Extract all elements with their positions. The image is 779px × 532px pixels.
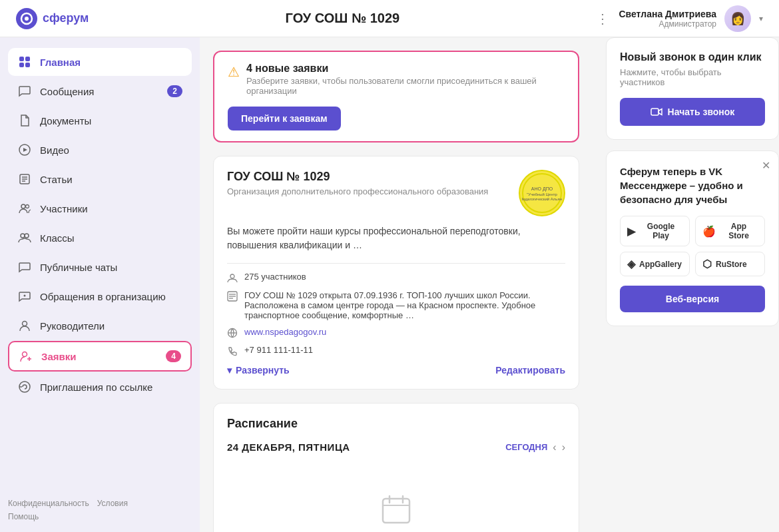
start-call-button[interactable]: Начать звонок: [620, 98, 765, 126]
sidebar-item-participants[interactable]: Участники: [8, 194, 192, 222]
sidebar-item-articles[interactable]: Статьи: [8, 165, 192, 193]
svg-point-17: [23, 322, 27, 326]
avatar[interactable]: 👩: [724, 5, 751, 32]
schedule-card: Расписание 24 ДЕКАБРЯ, ПЯТНИЦА СЕГОДНЯ ‹…: [213, 403, 579, 532]
main-content: ⚠ 4 новые заявки Разберите заявки, чтобы…: [200, 37, 593, 532]
org-info: ГОУ СОШ № 1029 Организация дополнительно…: [227, 170, 488, 196]
sidebar-item-video[interactable]: Видео: [8, 136, 192, 164]
svg-point-15: [25, 234, 29, 238]
schedule-date: 24 ДЕКАБРЯ, ПЯТНИЦА: [227, 441, 350, 453]
sidebar-footer: Конфиденциальность Условия Помощь: [8, 488, 192, 521]
google-play-icon: ▶: [627, 225, 635, 238]
rustore-button[interactable]: ⬡ RuStore: [695, 252, 765, 276]
sidebar-item-public-chats[interactable]: Публичные чаты: [8, 253, 192, 281]
expand-button[interactable]: ▾ Развернуть: [227, 365, 290, 376]
org-title: ГОУ СОШ № 1029: [227, 170, 488, 184]
org-info-text-row: ГОУ СОШ № 1029 открыта 07.09.1936 г. ТОП…: [227, 290, 565, 320]
svg-rect-34: [383, 499, 409, 523]
chat-public-icon: [17, 260, 32, 274]
today-label[interactable]: СЕГОДНЯ: [505, 442, 547, 452]
google-play-label: Google Play: [639, 222, 682, 240]
org-phone: +7 911 111-11-11: [244, 345, 313, 355]
grid-icon: [17, 55, 32, 69]
notif-subtitle: Разберите заявки, чтобы пользователи смо…: [246, 76, 565, 96]
call-card: Новый звонок в один клик Нажмите, чтобы …: [606, 37, 779, 140]
sidebar-item-org-requests[interactable]: Обращения в организацию: [8, 282, 192, 310]
sidebar-item-label: Главная: [40, 57, 81, 68]
app-store-button[interactable]: 🍎 App Store: [695, 216, 765, 246]
org-description: Вы можете пройти наши курсы профессионал…: [227, 224, 565, 252]
chevron-down-icon: ▾: [227, 365, 232, 376]
chat-icon: [17, 84, 32, 99]
start-call-label: Начать звонок: [668, 107, 735, 117]
help-link[interactable]: Помощь: [8, 512, 192, 521]
notif-header: ⚠ 4 новые заявки Разберите заявки, чтобы…: [228, 63, 565, 96]
org-info-text: ГОУ СОШ № 1029 открыта 07.09.1936 г. ТОП…: [244, 290, 565, 320]
privacy-link[interactable]: Конфиденциальность: [8, 499, 89, 508]
sidebar-item-documents[interactable]: Документы: [8, 107, 192, 134]
org-website-row: www.nspedagogov.ru: [227, 327, 565, 339]
svg-text:"Педагогический Альянс": "Педагогический Альянс": [522, 197, 562, 201]
close-button[interactable]: ✕: [762, 159, 770, 172]
article-icon: [17, 172, 32, 186]
goto-applications-button[interactable]: Перейти к заявкам: [228, 107, 341, 131]
sidebar-item-label: Сообщения: [40, 86, 94, 97]
notif-title: 4 новые заявки: [246, 63, 565, 75]
svg-point-16: [24, 295, 26, 297]
header: сферум ГОУ СОШ № 1029 ⋮ Светлана Дмитрие…: [0, 0, 779, 37]
right-panel: Новый звонок в один клик Нажмите, чтобы …: [593, 37, 779, 532]
prev-day-button[interactable]: ‹: [553, 441, 556, 453]
svg-text:АНО ДПО: АНО ДПО: [531, 186, 553, 192]
video-icon: [17, 142, 32, 157]
sidebar-item-managers[interactable]: Руководители: [8, 312, 192, 340]
svg-point-27: [230, 274, 234, 278]
sidebar-item-invite-link[interactable]: Приглашения по ссылке: [8, 373, 192, 401]
svg-text:"Учебный Центр: "Учебный Центр: [527, 192, 557, 196]
warning-icon: ⚠: [228, 64, 240, 80]
person-add-icon: [19, 349, 33, 364]
schedule-nav: СЕГОДНЯ ‹ ›: [505, 441, 565, 453]
schedule-title: Расписание: [227, 417, 565, 431]
svg-rect-3: [25, 57, 30, 61]
svg-marker-7: [23, 148, 27, 152]
info-icon: [227, 291, 238, 302]
app-gallery-button[interactable]: ◈ AppGallery: [620, 252, 690, 276]
svg-rect-5: [25, 63, 30, 67]
notification-banner: ⚠ 4 новые заявки Разберите заявки, чтобы…: [213, 51, 579, 142]
more-options-button[interactable]: ⋮: [596, 11, 611, 27]
org-subtitle: Организация дополнительного профессионал…: [227, 186, 488, 196]
sidebar-item-label: Публичные чаты: [40, 262, 117, 273]
rustore-label: RuStore: [716, 260, 747, 269]
sidebar-item-applications[interactable]: Заявки 4: [8, 341, 192, 372]
classes-icon: [17, 230, 32, 245]
sidebar-item-home[interactable]: Главная: [8, 48, 192, 76]
logo: сферум: [16, 8, 89, 29]
org-actions: ▾ Развернуть Редактировать: [227, 365, 565, 376]
org-website[interactable]: www.nspedagogov.ru: [244, 327, 326, 337]
sidebar-item-label: Обращения в организацию: [40, 291, 166, 302]
vk-card: ✕ Сферум теперь в VK Мессенджере – удобн…: [606, 150, 779, 326]
sidebar-item-messages[interactable]: Сообщения 2: [8, 77, 192, 105]
app-store-label: App Store: [720, 222, 758, 240]
terms-link[interactable]: Условия: [97, 499, 128, 508]
next-day-button[interactable]: ›: [562, 441, 565, 453]
svg-point-18: [23, 352, 27, 357]
page-title: ГОУ СОШ № 1029: [286, 11, 400, 26]
sidebar-item-label: Участники: [40, 203, 88, 214]
svg-rect-2: [19, 57, 24, 61]
edit-button[interactable]: Редактировать: [495, 365, 565, 376]
org-phone-row: +7 911 111-11-11: [227, 345, 565, 357]
call-title: Новый звонок в один клик: [620, 51, 765, 63]
chevron-down-icon[interactable]: ▾: [759, 14, 763, 23]
svg-rect-4: [19, 63, 24, 67]
username: Светлана Дмитриева: [619, 9, 716, 19]
link-icon: [17, 380, 32, 394]
google-play-button[interactable]: ▶ Google Play: [620, 216, 690, 246]
expand-label: Развернуть: [236, 365, 290, 376]
applications-badge: 4: [166, 350, 181, 362]
apple-icon: 🍎: [702, 225, 716, 238]
sidebar-item-label: Приглашения по ссылке: [40, 382, 152, 393]
sidebar-item-classes[interactable]: Классы: [8, 224, 192, 252]
web-version-button[interactable]: Веб-версия: [620, 286, 765, 312]
svg-point-1: [25, 17, 29, 21]
